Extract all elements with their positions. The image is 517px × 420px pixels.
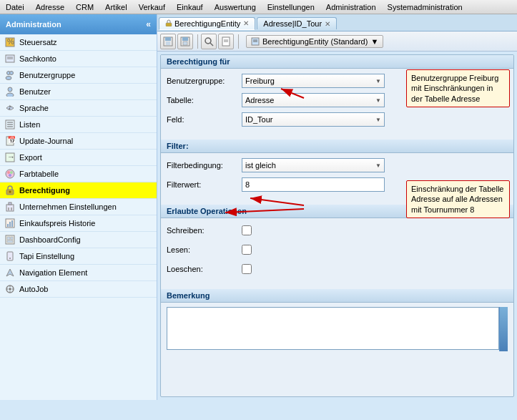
autojob-icon <box>4 283 16 295</box>
svg-point-8 <box>8 87 12 92</box>
menu-artikel[interactable]: Artikel <box>99 1 133 13</box>
toolbar-doc-btn[interactable] <box>218 34 234 49</box>
sidebar-item-benutzergruppe[interactable]: Benutzergruppe <box>0 67 157 84</box>
menu-administration[interactable]: Administration <box>320 1 382 13</box>
sidebar-item-steuersatz[interactable]: % Steuersatz <box>0 34 157 51</box>
navigation-icon <box>4 267 16 278</box>
svg-point-53 <box>205 38 211 44</box>
tab-bar: BerechtigungEntity ✕ Adresse|ID_Tour ✕ <box>157 14 517 31</box>
toolbar-separator2 <box>238 34 239 49</box>
menu-einstellungen[interactable]: Einstellungen <box>262 1 320 13</box>
label-loeschen: Loeschen: <box>167 265 242 273</box>
select-feld-arrow: ▼ <box>375 117 381 123</box>
form-row-feld: Feld: ID_Tour ▼ <box>167 112 508 127</box>
select-feld[interactable]: ID_Tour ▼ <box>242 112 385 127</box>
svg-point-7 <box>6 77 11 80</box>
sidebar-item-tapi[interactable]: Tapi Einstellung <box>0 248 157 265</box>
label-lesen: Lesen: <box>167 245 242 254</box>
section4-body <box>161 303 513 356</box>
dashboardconfig-icon <box>4 234 16 245</box>
sidebar-item-farbtabelle-label: Farbtabelle <box>19 170 59 178</box>
menu-einkauf[interactable]: Einkauf <box>171 1 209 13</box>
tab-close-icon[interactable]: ✕ <box>243 19 249 27</box>
sidebar-item-listen[interactable]: Listen <box>0 117 157 133</box>
sidebar-collapse-icon[interactable]: « <box>146 19 151 29</box>
svg-rect-49 <box>166 41 170 45</box>
sidebar-item-berechtigung[interactable]: Berechtigung <box>0 182 157 199</box>
tab-adresse-id-tour[interactable]: Adresse|ID_Tour ✕ <box>257 17 337 29</box>
menu-systemadmin[interactable]: Systemadministration <box>382 1 468 13</box>
sidebar-item-navigation[interactable]: Navigation Element <box>0 265 157 281</box>
svg-marker-39 <box>6 269 14 276</box>
sidebar-item-farbtabelle[interactable]: Farbtabelle <box>0 166 157 182</box>
svg-rect-46 <box>166 23 172 26</box>
svg-rect-34 <box>7 237 10 240</box>
sidebar-item-sprache[interactable]: ♪ Sprache <box>0 100 157 117</box>
toolbar-search-btn[interactable] <box>201 34 217 49</box>
sidebar-item-update-journal[interactable]: 📅 Update-Journal <box>0 133 157 150</box>
berechtigung-icon <box>4 185 16 196</box>
menu-verkauf[interactable]: Verkauf <box>133 1 171 13</box>
label-tabelle: Tabelle: <box>167 96 242 104</box>
form-row-lesen: Lesen: <box>167 242 508 258</box>
checkbox-lesen[interactable] <box>242 245 252 255</box>
sidebar-header: Administration « <box>0 14 157 34</box>
sidebar-item-steuersatz-label: Steuersatz <box>19 38 57 47</box>
sidebar-item-autojob[interactable]: AutoJob <box>0 281 157 298</box>
menu-crm[interactable]: CRM <box>70 1 99 13</box>
toolbar-save-btn[interactable] <box>160 34 176 49</box>
farbtabelle-icon <box>4 168 16 180</box>
checkbox-schreiben[interactable] <box>242 225 252 235</box>
sidebar-item-einkaufspreis[interactable]: Einkaufspreis Historie <box>0 215 157 232</box>
tapi-icon <box>4 250 16 262</box>
select-tabelle-arrow: ▼ <box>375 97 381 104</box>
toolbar-view-label: BerechtigungEntity (Standard) <box>262 37 368 46</box>
toolbar-view-dropdown[interactable]: BerechtigungEntity (Standard) ▼ <box>246 35 383 48</box>
select-filterbedingung[interactable]: ist gleich ▼ <box>242 158 385 172</box>
input-filterwert[interactable] <box>242 177 385 192</box>
sidebar-item-sachkonto-label: Sachkonto <box>19 54 56 63</box>
toolbar: BerechtigungEntity (Standard) ▼ <box>157 31 517 52</box>
select-benutzergruppe[interactable]: Freiburg ▼ <box>242 74 385 88</box>
svg-point-22 <box>9 174 11 177</box>
form-row-loeschen: Loeschen: <box>167 261 508 277</box>
checkbox-loeschen[interactable] <box>242 264 252 274</box>
svg-rect-32 <box>11 220 13 227</box>
label-filterbedingung: Filterbedingung: <box>167 161 242 170</box>
callout2: Einschränkung der Tabelle Adresse auf al… <box>406 180 510 218</box>
select-tabelle[interactable]: Adresse ▼ <box>242 93 385 107</box>
svg-point-6 <box>10 72 14 75</box>
form-panel: Benutzergruppe Freiburg mit Einschränkun… <box>160 54 514 397</box>
label-schreiben: Schreiben: <box>167 226 242 235</box>
menu-datei[interactable]: Datei <box>0 1 30 13</box>
sidebar-item-export[interactable]: → Export <box>0 150 157 166</box>
sidebar-item-listen-label: Listen <box>19 120 40 129</box>
sidebar-item-unternehmen-label: Unternehmen Einstellungen <box>19 202 117 211</box>
toolbar-save2-btn[interactable] <box>177 34 193 49</box>
menu-adresse[interactable]: Adresse <box>30 1 70 13</box>
menu-auswertung[interactable]: Auswertung <box>209 1 262 13</box>
einkaufspreis-icon <box>4 218 16 229</box>
sidebar-item-unternehmen[interactable]: Unternehmen Einstellungen <box>0 199 157 215</box>
tab-adresse-label: Adresse|ID_Tour <box>263 19 322 28</box>
select-feld-value: ID_Tour <box>245 115 273 124</box>
tab-close2-icon[interactable]: ✕ <box>325 20 330 28</box>
callout1: Benutzergruppe Freiburg mit Einschränkun… <box>406 69 510 107</box>
textarea-scrollbar[interactable] <box>499 307 508 351</box>
steuersatz-icon: % <box>4 36 16 48</box>
sidebar-item-benutzer[interactable]: Benutzer <box>0 84 157 100</box>
textarea-bemerkung[interactable] <box>167 307 499 350</box>
form-row-schreiben: Schreiben: <box>167 223 508 238</box>
svg-rect-30 <box>7 224 9 227</box>
svg-point-38 <box>9 258 11 259</box>
listen-icon <box>4 119 16 130</box>
svg-rect-36 <box>7 240 13 243</box>
sidebar-item-dashboardconfig[interactable]: DashboardConfig <box>0 232 157 248</box>
tab-berechtigungentity[interactable]: BerechtigungEntity ✕ <box>159 17 255 30</box>
svg-rect-35 <box>11 237 13 240</box>
sidebar-item-autojob-label: AutoJob <box>19 285 48 293</box>
svg-rect-51 <box>182 37 188 41</box>
sidebar-item-sachkonto[interactable]: Sachkonto <box>0 51 157 67</box>
tab-lock-icon <box>165 19 172 28</box>
svg-point-21 <box>10 171 13 174</box>
